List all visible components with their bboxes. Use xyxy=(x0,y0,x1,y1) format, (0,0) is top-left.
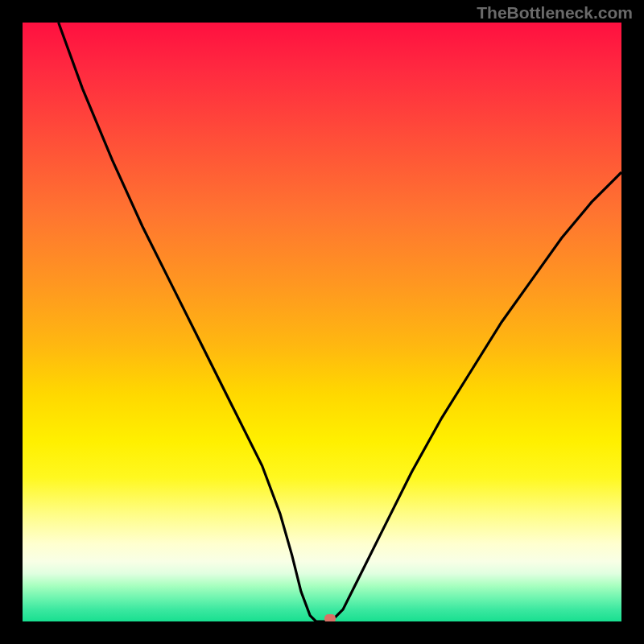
watermark-text: TheBottleneck.com xyxy=(477,3,633,23)
chart-container: TheBottleneck.com xyxy=(0,0,644,644)
curve-svg xyxy=(23,23,621,621)
plot-area xyxy=(23,23,621,621)
optimal-point-marker xyxy=(324,614,336,621)
bottleneck-curve xyxy=(59,23,621,621)
